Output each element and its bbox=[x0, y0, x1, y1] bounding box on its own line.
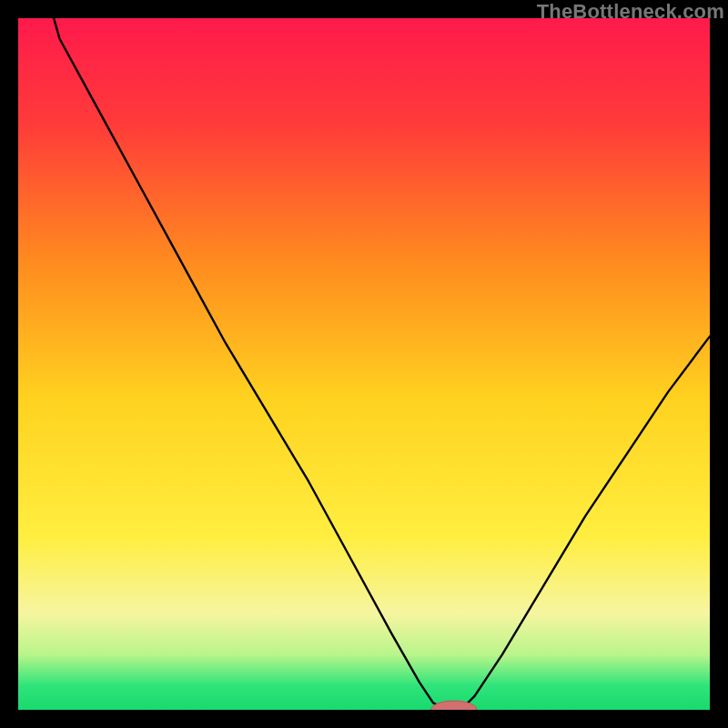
chart-frame: TheBottleneck.com bbox=[0, 0, 728, 728]
watermark-text: TheBottleneck.com bbox=[537, 0, 724, 24]
chart-background bbox=[18, 18, 710, 710]
bottleneck-chart bbox=[18, 18, 710, 710]
